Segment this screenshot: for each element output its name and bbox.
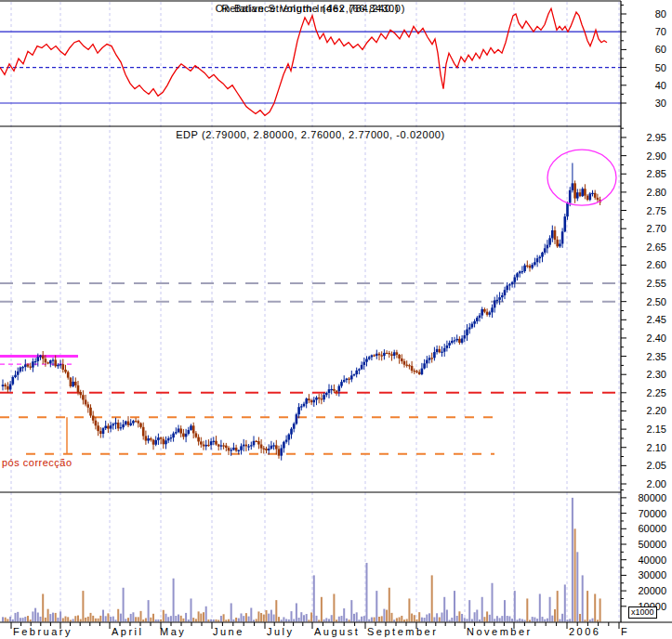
volume-bar[interactable] <box>396 618 398 621</box>
candle[interactable] <box>541 252 544 262</box>
volume-bar[interactable] <box>426 615 428 622</box>
volume-bar[interactable] <box>216 619 217 622</box>
candle[interactable] <box>64 365 67 374</box>
candle[interactable] <box>172 432 175 442</box>
candle[interactable] <box>508 283 511 291</box>
candle[interactable] <box>197 435 200 446</box>
volume-bar[interactable] <box>74 616 76 621</box>
volume-bar[interactable] <box>471 619 473 621</box>
volume-bar[interactable] <box>275 600 277 621</box>
candle[interactable] <box>293 423 296 433</box>
volume-bar[interactable] <box>90 613 92 622</box>
candle[interactable] <box>303 402 306 408</box>
candle[interactable] <box>491 305 494 318</box>
volume-bar[interactable] <box>263 615 265 622</box>
candle[interactable] <box>358 368 361 374</box>
volume-bar[interactable] <box>529 619 531 621</box>
candle[interactable] <box>548 235 551 247</box>
candle[interactable] <box>481 306 483 319</box>
candle[interactable] <box>253 436 256 447</box>
candlestick-series[interactable] <box>2 163 601 460</box>
volume-bar[interactable] <box>115 619 117 621</box>
candle[interactable] <box>584 184 586 199</box>
candle[interactable] <box>243 439 245 451</box>
candle[interactable] <box>308 394 310 403</box>
price-pane[interactable] <box>0 283 621 454</box>
candle[interactable] <box>591 190 594 197</box>
volume-bar[interactable] <box>173 579 175 622</box>
candle[interactable] <box>114 418 117 429</box>
candle[interactable] <box>408 364 411 370</box>
volume-bar[interactable] <box>346 619 348 622</box>
candle[interactable] <box>559 240 561 248</box>
volume-bar[interactable] <box>92 616 94 622</box>
volume-bar[interactable] <box>310 612 312 621</box>
volume-bar[interactable] <box>291 611 293 621</box>
volume-bar[interactable] <box>27 616 29 621</box>
candle[interactable] <box>247 444 250 450</box>
candle[interactable] <box>190 424 192 430</box>
candle[interactable] <box>228 446 231 455</box>
candle[interactable] <box>468 323 471 334</box>
candle[interactable] <box>220 440 223 450</box>
volume-bar[interactable] <box>300 612 302 621</box>
volume-bar[interactable] <box>49 614 51 621</box>
volume-bar[interactable] <box>235 618 237 622</box>
volume-bar[interactable] <box>576 552 578 621</box>
volume-bar[interactable] <box>534 618 535 622</box>
volume-bar[interactable] <box>205 606 207 622</box>
candle[interactable] <box>343 375 346 383</box>
volume-bar[interactable] <box>441 613 443 622</box>
candle[interactable] <box>170 435 173 442</box>
volume-bar[interactable] <box>72 619 74 621</box>
candle[interactable] <box>225 443 228 451</box>
candle[interactable] <box>135 418 138 423</box>
candle[interactable] <box>97 422 99 436</box>
volume-bar[interactable] <box>167 617 169 621</box>
volume-bar[interactable] <box>107 613 109 621</box>
candle[interactable] <box>390 351 393 360</box>
candle[interactable] <box>494 297 496 313</box>
volume-bar[interactable] <box>521 619 523 622</box>
volume-bar[interactable] <box>574 528 576 621</box>
volume-bar[interactable] <box>569 619 571 621</box>
volume-bar[interactable] <box>542 617 544 621</box>
candle[interactable] <box>426 356 428 368</box>
volume-bar[interactable] <box>203 612 204 621</box>
volume-bar[interactable] <box>325 618 327 621</box>
volume-bar[interactable] <box>349 619 350 621</box>
candle[interactable] <box>104 421 107 430</box>
volume-bar[interactable] <box>9 617 11 622</box>
candle[interactable] <box>195 431 198 438</box>
volume-bar[interactable] <box>298 618 300 621</box>
volume-bar[interactable] <box>350 600 352 621</box>
volume-bar[interactable] <box>582 575 584 621</box>
volume-bar[interactable] <box>40 617 42 622</box>
volume-bar[interactable] <box>99 616 101 622</box>
candle[interactable] <box>365 356 368 366</box>
candle[interactable] <box>401 354 403 363</box>
candle[interactable] <box>504 287 507 299</box>
volume-bar[interactable] <box>245 613 247 621</box>
candle[interactable] <box>32 359 34 372</box>
volume-bar[interactable] <box>586 591 588 621</box>
candle[interactable] <box>589 192 592 202</box>
volume-bar[interactable] <box>456 616 458 622</box>
volume-bar[interactable] <box>285 619 287 621</box>
volume-bar[interactable] <box>492 583 494 622</box>
volume-bar[interactable] <box>110 617 112 621</box>
volume-bar[interactable] <box>418 612 420 621</box>
candle[interactable] <box>473 320 476 328</box>
candle[interactable] <box>547 240 549 253</box>
candle[interactable] <box>386 350 389 354</box>
volume-bar[interactable] <box>539 593 541 621</box>
volume-bar[interactable] <box>7 619 8 621</box>
candle[interactable] <box>160 437 163 444</box>
candle[interactable] <box>300 404 303 411</box>
candle[interactable] <box>433 347 436 361</box>
volume-bar[interactable] <box>361 617 362 622</box>
volume-bar[interactable] <box>225 619 227 621</box>
volume-bar[interactable] <box>476 609 478 621</box>
volume-bar[interactable] <box>341 616 343 621</box>
candle[interactable] <box>489 311 492 318</box>
